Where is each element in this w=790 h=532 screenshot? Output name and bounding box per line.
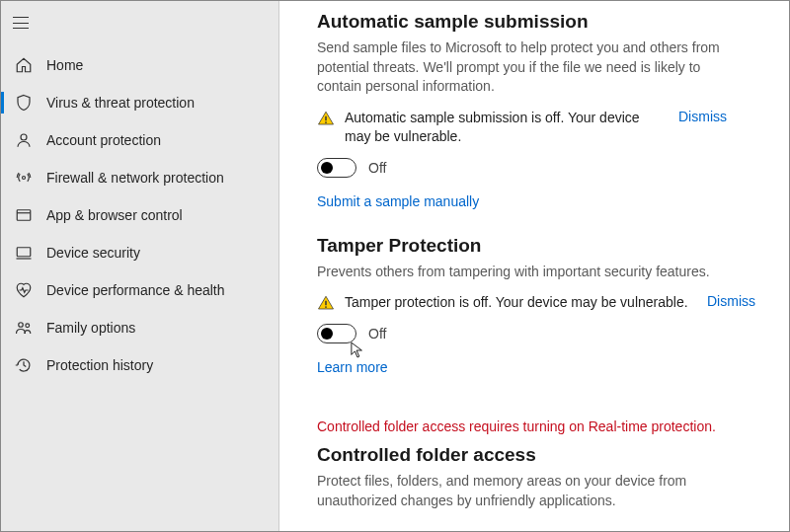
main-content: Automatic sample submission Send sample … (279, 1, 789, 531)
toggle-state-label: Off (368, 326, 386, 342)
sidebar-item-label: Virus & threat protection (46, 95, 195, 111)
section-description: Send sample files to Microsoft to help p… (317, 38, 742, 97)
toggle-row: Off (317, 324, 755, 343)
error-text: Controlled folder access requires turnin… (317, 418, 755, 434)
section-tamper-protection: Tamper Protection Prevents others from t… (317, 235, 755, 402)
family-icon (15, 319, 33, 337)
menu-button[interactable] (1, 5, 40, 40)
section-title: Tamper Protection (317, 235, 755, 257)
sidebar-item-label: Device performance & health (46, 282, 225, 298)
svg-rect-3 (17, 248, 31, 257)
section-title: Controlled folder access (317, 444, 755, 466)
sidebar-item-family[interactable]: Family options (1, 309, 278, 346)
sample-submission-toggle[interactable] (317, 158, 356, 178)
section-sample-submission: Automatic sample submission Send sample … (317, 11, 755, 235)
app-icon (15, 206, 33, 224)
svg-point-1 (23, 177, 26, 180)
sidebar-item-label: Home (46, 57, 83, 73)
sidebar-item-label: Device security (46, 245, 140, 261)
home-icon (15, 56, 33, 74)
sidebar: Home Virus & threat protection Account p… (1, 1, 279, 531)
sidebar-item-history[interactable]: Protection history (1, 346, 278, 384)
person-icon (15, 131, 33, 149)
sidebar-item-home[interactable]: Home (1, 46, 278, 84)
sidebar-item-virus-threat[interactable]: Virus & threat protection (1, 84, 278, 121)
heart-icon (15, 281, 33, 299)
toggle-row: Off (317, 158, 755, 178)
warning-icon (317, 293, 335, 312)
warning-row: Automatic sample submission is off. Your… (317, 109, 755, 146)
tamper-protection-toggle[interactable] (317, 324, 356, 343)
network-icon (15, 169, 33, 187)
svg-point-4 (19, 323, 24, 328)
sidebar-item-label: Firewall & network protection (46, 170, 224, 186)
hamburger-icon (13, 17, 29, 29)
history-icon (15, 356, 33, 374)
submit-sample-link[interactable]: Submit a sample manually (317, 193, 479, 209)
sidebar-item-app-browser[interactable]: App & browser control (1, 196, 278, 234)
shield-icon (15, 94, 33, 112)
section-controlled-folder-access: Controlled folder access requires turnin… (317, 418, 755, 510)
section-description: Prevents others from tampering with impo… (317, 263, 742, 282)
nav-list: Home Virus & threat protection Account p… (1, 40, 278, 384)
sidebar-item-label: App & browser control (46, 207, 183, 223)
warning-text: Automatic sample submission is off. Your… (345, 109, 661, 146)
sidebar-item-firewall[interactable]: Firewall & network protection (1, 159, 278, 196)
warning-icon (317, 109, 335, 127)
sidebar-item-label: Protection history (46, 357, 153, 373)
sidebar-item-performance[interactable]: Device performance & health (1, 271, 278, 309)
section-title: Automatic sample submission (317, 11, 755, 33)
sidebar-item-label: Account protection (46, 132, 161, 148)
section-description: Protect files, folders, and memory areas… (317, 472, 742, 510)
warning-row: Tamper protection is off. Your device ma… (317, 293, 755, 312)
dismiss-link[interactable]: Dismiss (707, 293, 755, 309)
svg-rect-8 (325, 301, 327, 306)
sidebar-item-account[interactable]: Account protection (1, 121, 278, 159)
svg-rect-9 (325, 307, 327, 309)
device-icon (15, 244, 33, 262)
toggle-state-label: Off (368, 160, 386, 176)
warning-text: Tamper protection is off. Your device ma… (345, 293, 689, 312)
svg-point-0 (21, 134, 27, 140)
dismiss-link[interactable]: Dismiss (678, 109, 727, 124)
learn-more-link[interactable]: Learn more (317, 359, 388, 375)
sidebar-item-label: Family options (46, 320, 135, 336)
svg-rect-2 (17, 210, 31, 221)
svg-rect-7 (325, 121, 327, 123)
svg-point-5 (26, 324, 30, 328)
svg-rect-6 (325, 116, 327, 121)
sidebar-item-device-security[interactable]: Device security (1, 234, 278, 271)
